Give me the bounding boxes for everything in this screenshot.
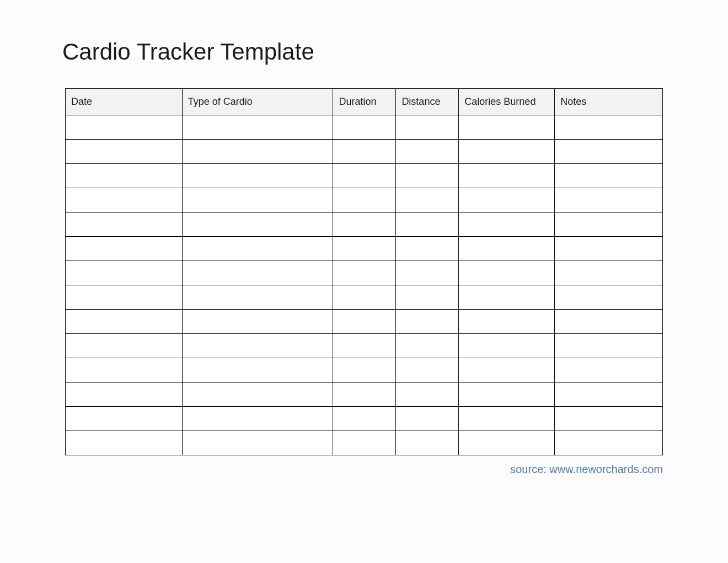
table-header-row: DateType of CardioDurationDistanceCalori…	[66, 89, 663, 115]
table-cell[interactable]	[333, 164, 396, 188]
table-cell[interactable]	[66, 188, 183, 213]
table-cell[interactable]	[333, 213, 396, 237]
table-cell[interactable]	[459, 115, 555, 140]
table-cell[interactable]	[66, 407, 183, 431]
table-cell[interactable]	[459, 188, 555, 213]
table-cell[interactable]	[333, 431, 396, 455]
table-cell[interactable]	[555, 383, 663, 407]
table-row	[66, 261, 663, 285]
table-cell[interactable]	[555, 237, 663, 261]
table-row	[66, 285, 663, 310]
table-cell[interactable]	[555, 140, 663, 164]
table-cell[interactable]	[459, 358, 555, 383]
table-cell[interactable]	[459, 140, 555, 164]
table-cell[interactable]	[396, 310, 459, 334]
table-cell[interactable]	[555, 213, 663, 237]
table-cell[interactable]	[396, 407, 459, 431]
column-header: Notes	[555, 89, 663, 115]
table-cell[interactable]	[182, 310, 333, 334]
table-cell[interactable]	[182, 407, 333, 431]
table-cell[interactable]	[182, 115, 333, 140]
table-cell[interactable]	[182, 188, 333, 213]
table-cell[interactable]	[396, 383, 459, 407]
table-cell[interactable]	[459, 213, 555, 237]
table-cell[interactable]	[333, 310, 396, 334]
table-cell[interactable]	[333, 261, 396, 285]
table-cell[interactable]	[459, 237, 555, 261]
table-cell[interactable]	[396, 164, 459, 188]
table-cell[interactable]	[555, 261, 663, 285]
table-cell[interactable]	[333, 358, 396, 383]
table-cell[interactable]	[396, 334, 459, 358]
table-cell[interactable]	[182, 213, 333, 237]
table-cell[interactable]	[66, 383, 183, 407]
table-cell[interactable]	[66, 213, 183, 237]
table-cell[interactable]	[396, 140, 459, 164]
table-cell[interactable]	[333, 237, 396, 261]
column-header: Type of Cardio	[182, 89, 333, 115]
table-cell[interactable]	[459, 431, 555, 455]
page-title: Cardio Tracker Template	[62, 39, 686, 65]
table-cell[interactable]	[459, 310, 555, 334]
table-cell[interactable]	[66, 164, 183, 188]
table-cell[interactable]	[333, 285, 396, 310]
table-cell[interactable]	[555, 115, 663, 140]
table-cell[interactable]	[333, 383, 396, 407]
cardio-tracker-table: DateType of CardioDurationDistanceCalori…	[65, 88, 663, 455]
table-cell[interactable]	[459, 383, 555, 407]
table-cell[interactable]	[555, 310, 663, 334]
table-row	[66, 213, 663, 237]
table-cell[interactable]	[396, 431, 459, 455]
table-cell[interactable]	[555, 164, 663, 188]
table-cell[interactable]	[459, 285, 555, 310]
table-cell[interactable]	[396, 115, 459, 140]
table-cell[interactable]	[333, 188, 396, 213]
table-cell[interactable]	[459, 407, 555, 431]
table-cell[interactable]	[66, 358, 183, 383]
table-row	[66, 115, 663, 140]
table-cell[interactable]	[555, 285, 663, 310]
table-cell[interactable]	[182, 383, 333, 407]
column-header: Duration	[333, 89, 396, 115]
table-cell[interactable]	[459, 164, 555, 188]
table-cell[interactable]	[182, 261, 333, 285]
table-cell[interactable]	[459, 261, 555, 285]
table-row	[66, 383, 663, 407]
table-header: DateType of CardioDurationDistanceCalori…	[66, 89, 663, 115]
column-header: Distance	[396, 89, 459, 115]
table-cell[interactable]	[66, 334, 183, 358]
column-header: Date	[66, 89, 183, 115]
table-cell[interactable]	[333, 140, 396, 164]
table-cell[interactable]	[333, 407, 396, 431]
table-cell[interactable]	[182, 431, 333, 455]
table-cell[interactable]	[66, 310, 183, 334]
table-cell[interactable]	[182, 334, 333, 358]
table-cell[interactable]	[396, 261, 459, 285]
table-cell[interactable]	[396, 358, 459, 383]
table-cell[interactable]	[555, 358, 663, 383]
table-cell[interactable]	[333, 115, 396, 140]
table-cell[interactable]	[66, 140, 183, 164]
table-cell[interactable]	[66, 261, 183, 285]
table-cell[interactable]	[182, 358, 333, 383]
table-cell[interactable]	[66, 285, 183, 310]
table-cell[interactable]	[182, 237, 333, 261]
table-cell[interactable]	[182, 164, 333, 188]
table-row	[66, 237, 663, 261]
table-cell[interactable]	[555, 334, 663, 358]
table-row	[66, 140, 663, 164]
table-cell[interactable]	[182, 140, 333, 164]
table-cell[interactable]	[66, 237, 183, 261]
table-cell[interactable]	[396, 213, 459, 237]
table-cell[interactable]	[555, 431, 663, 455]
table-cell[interactable]	[396, 285, 459, 310]
table-cell[interactable]	[66, 431, 183, 455]
table-cell[interactable]	[182, 285, 333, 310]
table-cell[interactable]	[555, 188, 663, 213]
table-cell[interactable]	[66, 115, 183, 140]
table-cell[interactable]	[555, 407, 663, 431]
table-cell[interactable]	[333, 334, 396, 358]
table-cell[interactable]	[459, 334, 555, 358]
table-cell[interactable]	[396, 237, 459, 261]
table-cell[interactable]	[396, 188, 459, 213]
